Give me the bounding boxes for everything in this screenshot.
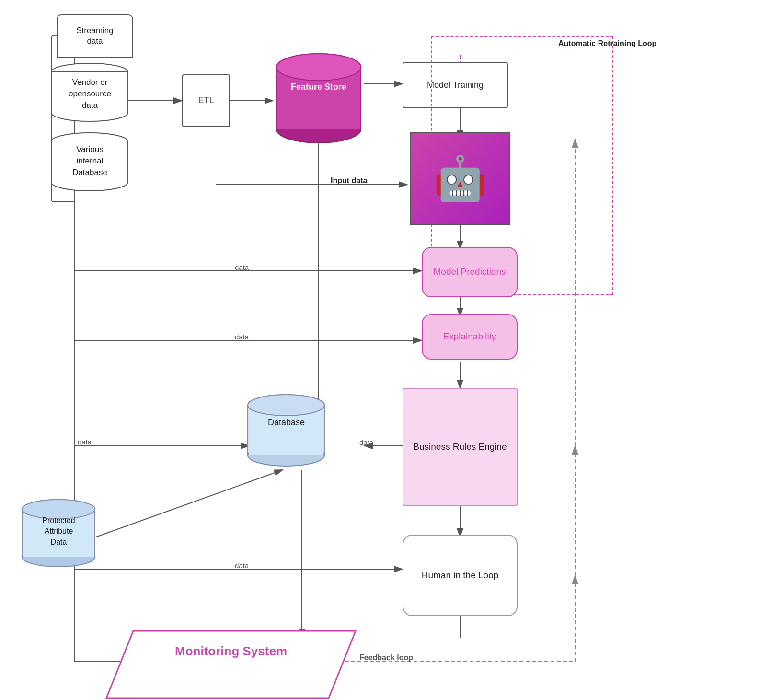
robot-icon: 🤖 bbox=[433, 153, 487, 204]
internal-db-label: Various internal Database bbox=[72, 145, 107, 177]
data-label-human: data bbox=[235, 561, 249, 571]
svg-marker-57 bbox=[106, 631, 356, 698]
etl-label: ETL bbox=[198, 95, 214, 106]
internal-db-node: Various internal Database bbox=[48, 132, 132, 194]
data-label-1: data bbox=[235, 263, 249, 272]
input-data-label: Input data bbox=[331, 176, 367, 185]
protected-attr-node: Protected Attribute Data bbox=[19, 499, 98, 573]
explainability-label: Explainability bbox=[443, 331, 496, 343]
auto-retrain-label: Automatic Retraining Loop bbox=[558, 39, 656, 48]
svg-point-46 bbox=[276, 54, 361, 81]
streaming-data-label: Streaming data bbox=[76, 25, 113, 47]
svg-point-51 bbox=[248, 395, 324, 416]
etl-node: ETL bbox=[182, 74, 230, 127]
human-loop-node: Human in the Loop bbox=[403, 535, 518, 616]
robot-node: 🤖 bbox=[410, 132, 510, 225]
model-predictions-node: Model Predictions bbox=[422, 247, 518, 297]
data-label-left-db: data bbox=[78, 437, 92, 447]
database-node: Database bbox=[244, 393, 328, 470]
human-loop-label: Human in the Loop bbox=[422, 569, 499, 583]
explainability-node: Explainability bbox=[422, 314, 518, 360]
monitoring-system-label: Monitoring System bbox=[175, 644, 287, 658]
svg-line-25 bbox=[96, 470, 283, 537]
vendor-data-label: Vendor or opensource data bbox=[69, 78, 111, 110]
business-rules-node: Business Rules Engine bbox=[403, 388, 518, 506]
database-label: Database bbox=[268, 418, 305, 427]
monitoring-system-node: Monitoring System bbox=[104, 629, 357, 700]
data-label-2: data bbox=[235, 332, 249, 342]
feature-store-label: Feature Store bbox=[291, 82, 346, 92]
protected-attr-label: Protected Attribute Data bbox=[42, 516, 75, 546]
vendor-data-node: Vendor or opensource data bbox=[48, 62, 132, 125]
model-predictions-label: Model Predictions bbox=[433, 266, 506, 279]
business-rules-label: Business Rules Engine bbox=[413, 440, 507, 454]
diagram: Streaming data Vendor or opensource data… bbox=[0, 0, 760, 700]
feedback-loop-label: Feedback loop bbox=[359, 653, 413, 662]
data-label-bre-db: data bbox=[359, 438, 373, 447]
feature-store-node: Feature Store bbox=[273, 53, 364, 149]
streaming-data-node: Streaming data bbox=[57, 14, 133, 58]
